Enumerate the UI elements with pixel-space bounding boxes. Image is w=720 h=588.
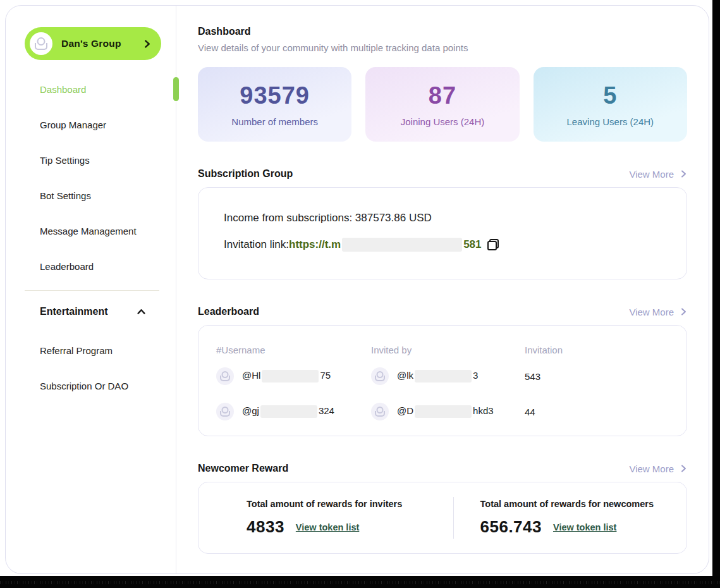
username-text: @lk3	[397, 370, 478, 383]
sidebar-item-dashboard[interactable]: Dashboard	[6, 71, 176, 107]
invited-by-cell: @lk3	[371, 367, 525, 385]
sidebar-item-leaderboard[interactable]: Leaderboard	[6, 248, 176, 284]
newcomers-view-token-list-link[interactable]: View token list	[553, 522, 616, 532]
sidebar-item-label: Referral Program	[40, 345, 113, 356]
sidebar-item-bot-settings[interactable]: Bot Settings	[6, 178, 176, 213]
sidebar-section-entertainment[interactable]: Entertainment	[6, 291, 176, 333]
section-title: Newcomer Reward	[198, 463, 288, 474]
copy-icon[interactable]	[487, 239, 499, 250]
income-line: Income from subscriptions: 387573.86 USD	[224, 212, 661, 224]
redacted-text-segment	[415, 405, 472, 418]
chevron-right-icon	[680, 170, 687, 178]
newcomer-section-header: Newcomer Reward View More	[198, 463, 687, 474]
subscription-view-more-link[interactable]: View More	[629, 169, 687, 180]
leaderboard-section-header: Leaderboard View More	[198, 306, 687, 317]
app-window: Dan's Group Dashboard Group Manager Tip …	[0, 0, 720, 588]
sidebar-item-label: Message Management	[40, 226, 137, 236]
view-more-label: View More	[629, 463, 674, 474]
redacted-text-segment	[415, 370, 472, 383]
user-avatar-icon	[216, 367, 234, 385]
stat-label: Number of members	[231, 116, 318, 127]
inviters-reward-value: 4833	[247, 517, 284, 537]
table-row: @Hl75 @lk3 543	[216, 358, 669, 394]
sidebar-item-message-management[interactable]: Message Management	[6, 213, 176, 248]
sidebar-item-label: Tip Settings	[40, 155, 90, 166]
leaderboard-card: #Username Invited by Invitation @Hl75 @l…	[198, 325, 687, 436]
sidebar-item-label: Group Manager	[40, 119, 106, 130]
stat-value: 5	[603, 82, 617, 109]
redacted-text-segment	[262, 370, 319, 383]
subscription-section-header: Subscription Group View More	[198, 168, 687, 180]
newcomers-reward-label: Total amount of rewards for newcomers	[480, 499, 687, 509]
section-title: Subscription Group	[198, 168, 293, 180]
invitation-count: 44	[525, 407, 669, 417]
window-edge-bottom	[0, 576, 720, 588]
invitation-link-end: 581	[463, 238, 481, 251]
invited-by-cell: @Dhkd3	[371, 403, 525, 420]
view-more-label: View More	[629, 169, 674, 180]
view-more-label: View More	[629, 307, 674, 317]
sidebar-item-label: Subscription Or DAO	[40, 381, 128, 391]
sidebar-item-group-manager[interactable]: Group Manager	[6, 107, 176, 142]
column-header-username: #Username	[216, 345, 371, 355]
stat-label: Leaving Users (24H)	[567, 116, 654, 127]
section-title: Leaderboard	[198, 306, 259, 317]
active-item-indicator	[173, 77, 179, 101]
sidebar-nav: Dashboard Group Manager Tip Settings Bot…	[6, 71, 176, 284]
inviters-view-token-list-link[interactable]: View token list	[296, 522, 359, 532]
group-name: Dan's Group	[61, 38, 121, 49]
redacted-link-segment	[342, 238, 462, 252]
inviters-reward-block: Total amount of rewards for inviters 483…	[198, 499, 453, 537]
stat-value: 87	[429, 82, 456, 109]
app-panel: Dan's Group Dashboard Group Manager Tip …	[5, 5, 709, 574]
stat-card-leaving: 5 Leaving Users (24H)	[534, 67, 687, 142]
sidebar: Dan's Group Dashboard Group Manager Tip …	[6, 6, 176, 573]
invitation-link-start: https://t.m	[289, 238, 341, 251]
sidebar-item-referral-program[interactable]: Referral Program	[6, 333, 176, 368]
section-label: Entertainment	[40, 306, 108, 317]
sidebar-item-subscription-or-dao[interactable]: Subscription Or DAO	[6, 368, 176, 403]
invitation-line: Invitation link: https://t.m581	[224, 238, 661, 252]
invitation-count: 543	[525, 371, 669, 382]
main-content: Dashboard View details of your community…	[176, 6, 709, 573]
subscription-card: Income from subscriptions: 387573.86 USD…	[198, 187, 687, 279]
username-text: @Hl75	[242, 370, 331, 383]
stat-label: Joining Users (24H)	[401, 116, 485, 127]
chevron-right-icon	[143, 40, 151, 48]
column-header-invitation: Invitation	[525, 345, 669, 355]
window-edge-right	[712, 0, 720, 588]
chevron-right-icon	[680, 465, 687, 472]
page-subtitle: View details of your community with mult…	[198, 42, 687, 53]
group-selector-button[interactable]: Dan's Group	[25, 27, 161, 60]
user-avatar-icon	[216, 403, 234, 420]
redacted-text-segment	[260, 405, 317, 418]
chevron-up-icon	[137, 308, 145, 316]
column-header-invited-by: Invited by	[371, 345, 525, 355]
leaderboard-header-row: #Username Invited by Invitation	[216, 341, 669, 358]
newcomer-reward-card: Total amount of rewards for inviters 483…	[198, 482, 687, 554]
stats-row: 93579 Number of members 87 Joining Users…	[198, 67, 687, 142]
group-avatar-icon	[30, 32, 52, 55]
sidebar-item-label: Dashboard	[40, 84, 86, 95]
username-text: @Dhkd3	[397, 405, 494, 418]
leaderboard-view-more-link[interactable]: View More	[629, 307, 687, 317]
sidebar-item-tip-settings[interactable]: Tip Settings	[6, 142, 176, 178]
invitation-label: Invitation link:	[224, 238, 289, 251]
username-cell: @gj324	[216, 403, 371, 420]
sidebar-item-label: Leaderboard	[40, 261, 94, 272]
page-title: Dashboard	[198, 26, 687, 37]
table-row: @gj324 @Dhkd3 44	[216, 394, 669, 429]
username-cell: @Hl75	[216, 367, 371, 385]
stat-card-joining: 87 Joining Users (24H)	[365, 67, 519, 142]
sidebar-item-label: Bot Settings	[40, 190, 91, 201]
newcomers-reward-value: 656.743	[480, 517, 542, 537]
stat-value: 93579	[240, 82, 310, 109]
stat-card-members: 93579 Number of members	[198, 67, 351, 142]
user-avatar-icon	[371, 367, 389, 385]
newcomers-reward-block: Total amount of rewards for newcomers 65…	[454, 499, 687, 537]
invitation-link[interactable]: https://t.m581	[289, 238, 482, 252]
newcomer-view-more-link[interactable]: View More	[629, 463, 687, 474]
user-avatar-icon	[371, 403, 389, 420]
chevron-right-icon	[680, 308, 687, 315]
inviters-reward-label: Total amount of rewards for inviters	[247, 499, 453, 509]
